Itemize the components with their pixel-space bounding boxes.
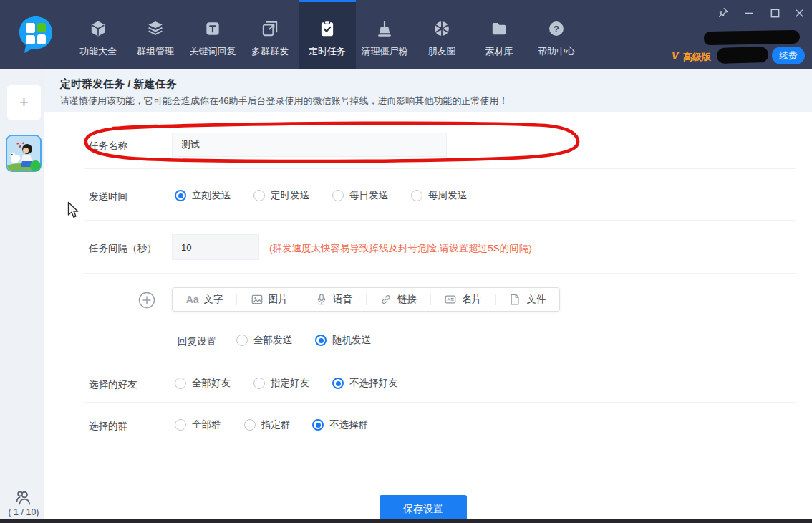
radio-send-random[interactable]: 随机发送 bbox=[315, 334, 371, 347]
nav-label: 清理僵尸粉 bbox=[362, 45, 408, 58]
plan-label: 高级版 bbox=[683, 51, 711, 64]
nav-label: 帮助中心 bbox=[538, 45, 575, 58]
reply-mode-label: 回复设置 bbox=[178, 335, 216, 348]
interval-warning-text: (群发速度太快容易导致掉线及封号危险,请设置超过5S的间隔) bbox=[269, 242, 532, 255]
radio-send-scheduled[interactable]: 定时发送 bbox=[253, 189, 309, 202]
radio-circle-icon bbox=[175, 190, 186, 201]
radio-option-label: 定时发送 bbox=[271, 189, 309, 202]
app-logo-icon bbox=[17, 15, 54, 55]
redacted-expiry-info bbox=[717, 47, 769, 64]
clipboard-check-icon bbox=[317, 19, 337, 39]
radio-all-friends[interactable]: 全部好友 bbox=[175, 377, 231, 390]
radio-send-daily[interactable]: 每日发送 bbox=[332, 189, 388, 202]
pin-window-button[interactable] bbox=[714, 4, 733, 21]
radio-option-label: 全部好友 bbox=[192, 377, 231, 390]
nav-item-clean-zombie-fans[interactable]: 清理僵尸粉 bbox=[356, 0, 413, 69]
toolbar-item-text[interactable]: Aa 文字 bbox=[173, 288, 236, 311]
radio-no-groups[interactable]: 不选择群 bbox=[312, 418, 368, 431]
aperture-icon bbox=[432, 19, 452, 39]
nav-item-keyword-reply[interactable]: 关键词回复 bbox=[184, 0, 241, 69]
account-slot-counter: ( 1 / 10) bbox=[3, 507, 44, 517]
radio-all-groups[interactable]: 全部群 bbox=[175, 418, 221, 431]
nav-item-group-manage[interactable]: 群组管理 bbox=[127, 0, 184, 69]
nav-item-scheduled-tasks[interactable]: 定时任务 bbox=[299, 0, 356, 69]
task-name-input[interactable] bbox=[172, 133, 447, 157]
nav-label: 群组管理 bbox=[137, 45, 174, 58]
top-navigation-bar: 功能大全 群组管理 关键词回复 多群群发 bbox=[0, 0, 812, 69]
keyword-icon bbox=[203, 19, 223, 39]
send-time-label: 发送时间 bbox=[89, 191, 127, 203]
radio-circle-icon bbox=[411, 190, 422, 201]
toolbar-label: 图片 bbox=[269, 293, 288, 306]
toolbar-item-card[interactable]: A 名片 bbox=[431, 288, 495, 311]
add-account-button[interactable]: + bbox=[7, 85, 41, 120]
mouse-cursor bbox=[67, 201, 82, 220]
radio-circle-icon bbox=[312, 419, 324, 431]
image-icon bbox=[251, 293, 264, 306]
toolbar-label: 链接 bbox=[397, 293, 417, 306]
radio-option-label: 全部群 bbox=[192, 418, 221, 431]
radio-option-label: 全部发送 bbox=[253, 334, 292, 347]
accounts-count-icon bbox=[14, 488, 33, 507]
add-content-button[interactable] bbox=[138, 292, 155, 309]
toolbar-label: 语音 bbox=[333, 293, 352, 306]
toolbar-item-file[interactable]: 文件 bbox=[496, 288, 559, 311]
link-icon bbox=[380, 293, 392, 306]
redacted-account-info bbox=[704, 30, 800, 45]
radio-circle-icon bbox=[236, 335, 248, 346]
maximize-icon bbox=[770, 8, 780, 19]
toolbar-item-image[interactable]: 图片 bbox=[237, 288, 301, 311]
groups-select-label: 选择的群 bbox=[89, 420, 127, 433]
folder-icon bbox=[489, 19, 509, 39]
nav-item-moments[interactable]: 朋友圈 bbox=[413, 0, 470, 69]
radio-option-label: 每周发送 bbox=[428, 189, 467, 202]
nav-item-material-library[interactable]: 素材库 bbox=[470, 0, 528, 69]
radio-send-weekly[interactable]: 每周发送 bbox=[411, 189, 467, 202]
renew-button[interactable]: 续费 bbox=[772, 47, 805, 64]
svg-text:?: ? bbox=[554, 24, 559, 34]
card-icon: A bbox=[444, 293, 457, 306]
nav-item-features[interactable]: 功能大全 bbox=[69, 0, 127, 69]
radio-option-label: 每日发送 bbox=[349, 189, 388, 202]
breadcrumb: 定时群发任务 / 新建任务 bbox=[60, 77, 177, 91]
radio-circle-icon bbox=[175, 419, 186, 431]
app-logo bbox=[17, 15, 54, 55]
radio-specific-groups[interactable]: 指定群 bbox=[244, 418, 291, 431]
radio-specific-friends[interactable]: 指定好友 bbox=[253, 377, 309, 390]
bottom-edge-strip bbox=[0, 519, 812, 523]
nav-item-multi-send[interactable]: 多群群发 bbox=[241, 0, 299, 69]
cube-icon bbox=[88, 19, 108, 39]
radio-option-label: 指定群 bbox=[261, 418, 291, 431]
minimize-button[interactable] bbox=[740, 4, 758, 21]
pin-icon bbox=[717, 6, 730, 19]
file-icon bbox=[508, 293, 521, 306]
radio-circle-icon bbox=[244, 419, 256, 431]
app-window: 功能大全 群组管理 关键词回复 多群群发 bbox=[0, 0, 812, 523]
mic-icon bbox=[315, 293, 328, 306]
maximize-button[interactable] bbox=[765, 4, 784, 21]
radio-send-all[interactable]: 全部发送 bbox=[236, 334, 292, 347]
divider bbox=[84, 273, 796, 274]
plus-circle-icon bbox=[138, 292, 155, 309]
nav-item-help-center[interactable]: ? 帮助中心 bbox=[528, 0, 585, 69]
broom-icon bbox=[374, 19, 395, 39]
radio-circle-icon bbox=[332, 190, 344, 201]
layers-icon bbox=[145, 19, 165, 39]
interval-input[interactable] bbox=[172, 234, 259, 260]
toolbar-item-link[interactable]: 链接 bbox=[367, 288, 430, 311]
radio-circle-icon bbox=[253, 190, 265, 201]
close-button[interactable] bbox=[790, 4, 808, 21]
nav-label: 朋友圈 bbox=[428, 45, 456, 58]
divider bbox=[84, 168, 796, 169]
radio-option-label: 不选择好友 bbox=[349, 377, 398, 390]
minimize-icon bbox=[743, 7, 755, 19]
radio-option-label: 立刻发送 bbox=[192, 189, 231, 202]
toolbar-item-voice[interactable]: 语音 bbox=[301, 288, 365, 311]
radio-option-label: 随机发送 bbox=[332, 334, 371, 347]
radio-send-now[interactable]: 立刻发送 bbox=[175, 189, 231, 202]
plan-v-icon: V bbox=[672, 50, 678, 62]
nav-label: 多群群发 bbox=[251, 45, 289, 58]
page-warning-text: 请谨慎使用该功能，它可能会造成你在46助手后台登录使用的微信账号掉线，进而影响其… bbox=[60, 95, 508, 107]
divider bbox=[84, 443, 796, 443]
radio-no-friends[interactable]: 不选择好友 bbox=[332, 377, 398, 390]
